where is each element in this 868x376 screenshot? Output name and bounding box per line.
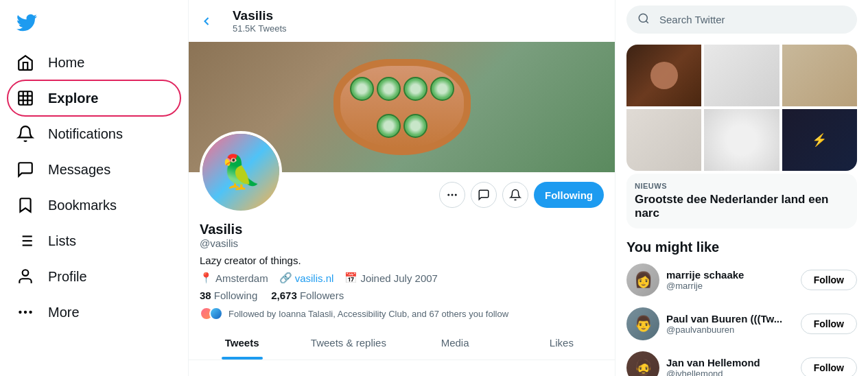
suggestion-item-paulvanbuuren: 👨 Paul van Buuren (((Tw... @paulvanbuure… [626,307,857,340]
might-like-section: You might like 👩 marrije schaake @marrij… [626,239,857,376]
twitter-logo[interactable] [8,5,180,43]
suggestion-item-marrije: 👩 marrije schaake @marrije Follow [626,263,857,296]
notifications-icon [16,125,34,143]
suggestion-handle-paulvanbuuren: @paulvanbuuren [666,325,794,335]
suggestion-name-jvhellemond: Jan van Hellemond [666,357,794,368]
sidebar-item-notifications[interactable]: Notifications [8,117,180,151]
trending-image-2 [704,45,779,106]
trending-image-5 [704,109,779,171]
followers-stat[interactable]: 2,673 Followers [271,290,344,301]
suggestion-info-marrije: marrije schaake @marrije [666,269,794,291]
location-icon: 📍 [200,272,213,284]
tab-tweets[interactable]: Tweets [189,326,295,360]
tab-likes[interactable]: Likes [508,326,615,360]
sidebar-item-messages[interactable]: Messages [8,152,180,187]
joined-meta: 📅 Joined July 2007 [344,272,438,284]
sidebar-item-lists-label: Lists [48,233,76,249]
bio: Lazy creator of things. [200,255,604,266]
back-button[interactable] [200,14,213,28]
profile-stats: 38 Following 2,673 Followers [200,290,604,301]
suggestion-handle-jvhellemond: @jvhellemond [666,368,794,376]
sidebar-item-lists[interactable]: Lists [8,224,180,258]
cucumber-3 [403,77,427,101]
following-stat[interactable]: 38 Following [200,290,257,301]
svg-point-18 [639,14,647,22]
sidebar-item-home-label: Home [48,55,84,71]
website-meta: 🔗 vasilis.nl [279,272,334,284]
profile-header-name: Vasilis [233,8,287,23]
profile-icon [16,268,34,285]
tab-media[interactable]: Media [402,326,508,360]
avatar-image: 🦜 [202,134,279,211]
cucumber-1 [350,77,374,101]
trending-news-tag: Nieuws [635,182,849,190]
trending-image-3 [782,45,857,106]
display-name: Vasilis [200,222,604,237]
sidebar-item-bookmarks-label: Bookmarks [48,198,117,213]
search-bar [626,5,857,34]
suggestion-info-paulvanbuuren: Paul van Buuren (((Tw... @paulvanbuuren [666,313,794,335]
might-like-title: You might like [626,239,857,255]
location-meta: 📍 Amsterdam [200,272,268,284]
followed-by-text: Followed by Ioanna Talasli, Accessibilit… [228,309,508,319]
explore-icon [16,89,34,107]
calendar-icon: 📅 [344,272,357,284]
profile-header-bar: Vasilis 51.5K Tweets [189,0,615,42]
trending-image-6: ⚡ [782,109,857,171]
sidebar-item-home[interactable]: Home [8,45,180,80]
trending-image-4 [626,109,701,171]
followed-by: Followed by Ioanna Talasli, Accessibilit… [200,307,604,320]
following-button[interactable]: Following [534,182,604,208]
sidebar-item-explore[interactable]: Explore [8,81,180,115]
suggestion-name-paulvanbuuren: Paul van Buuren (((Tw... [666,313,794,325]
trending-image-1 [626,45,701,106]
search-input[interactable] [626,5,857,34]
suggestion-info-jvhellemond: Jan van Hellemond @jvhellemond [666,357,794,376]
sidebar-item-messages-label: Messages [48,162,110,178]
cucumber-4 [430,77,454,101]
suggestion-avatar-marrije: 👩 [626,263,659,296]
follow-button-marrije[interactable]: Follow [801,270,857,290]
right-sidebar: ⚡ Nieuws Grootste dee Nederlander land e… [615,0,868,376]
notification-bell-button[interactable] [502,182,528,208]
sidebar-item-more[interactable]: More [8,295,180,329]
suggestion-handle-marrije: @marrije [666,281,794,291]
follow-button-jvhellemond[interactable]: Follow [801,357,857,376]
sidebar-item-more-label: More [48,305,80,320]
sidebar-item-bookmarks[interactable]: Bookmarks [8,188,180,222]
message-button[interactable] [471,182,497,208]
svg-point-14 [19,312,21,313]
more-options-button[interactable] [439,182,465,208]
suggestion-item-jvhellemond: 🧔 Jan van Hellemond @jvhellemond Follow [626,351,857,376]
tab-tweets-replies[interactable]: Tweets & replies [295,326,401,360]
profile-info: Vasilis @vasilis Lazy creator of things.… [189,213,615,320]
svg-point-16 [451,194,454,196]
cucumber-2 [377,77,401,101]
followers-label: Followers [300,290,344,301]
bookmarks-icon [16,196,34,214]
svg-point-17 [455,194,457,196]
more-icon [16,303,34,321]
svg-point-15 [447,194,449,196]
sidebar-item-profile[interactable]: Profile [8,259,180,294]
following-label: Following [214,290,257,301]
lists-icon [16,232,34,250]
trending-news[interactable]: Nieuws Grootste dee Nederlander land een… [626,174,857,228]
profile-tabs: Tweets Tweets & replies Media Likes [189,326,615,360]
followers-count: 2,673 [271,290,297,301]
home-icon [16,54,34,71]
svg-rect-0 [19,91,32,105]
website-link[interactable]: vasilis.nl [295,272,334,284]
follow-button-paulvanbuuren[interactable]: Follow [801,314,857,334]
suggestion-name-marrije: marrije schaake [666,269,794,281]
svg-point-11 [23,270,29,276]
left-sidebar: Home Explore Notifications [0,0,189,376]
sidebar-item-explore-label: Explore [48,91,98,106]
trending-news-headline: Grootste dee Nederlander land een narc [635,193,849,220]
username: @vasilis [200,237,604,249]
profile-actions: Following [439,182,604,208]
profile-meta: 📍 Amsterdam 🔗 vasilis.nl 📅 Joined July 2… [200,272,604,284]
suggestion-avatar-jvhellemond: 🧔 [626,351,659,376]
profile-tweet-count: 51.5K Tweets [233,23,287,34]
svg-line-19 [646,21,648,23]
